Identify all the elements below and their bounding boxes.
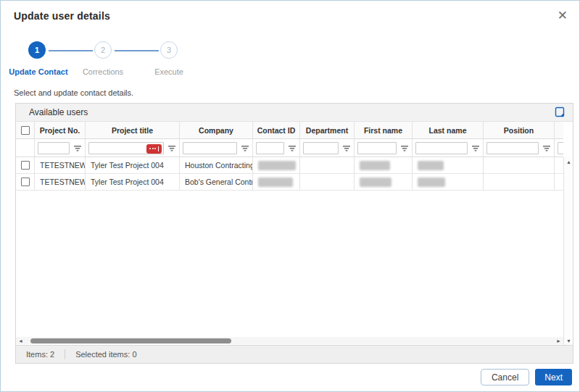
filter-value-badge[interactable]: [146, 144, 162, 154]
step-3-label: Execute: [129, 67, 209, 76]
filter-icon[interactable]: [342, 145, 351, 151]
filter-icon[interactable]: [400, 145, 409, 151]
horizontal-scroll-thumb[interactable]: [30, 338, 231, 343]
cell-first_name: [355, 174, 413, 190]
vertical-scrollbar[interactable]: ▲ ▼: [563, 157, 573, 345]
column-header-label: Project No.: [40, 126, 80, 135]
column-header-first_name[interactable]: First name: [355, 122, 413, 138]
filter-cell-first_name[interactable]: [355, 139, 413, 157]
available-users-panel: Available users Project No.Project title…: [15, 103, 573, 364]
filter-icon[interactable]: [288, 145, 297, 151]
column-header-position[interactable]: Position: [484, 122, 555, 138]
step-3-number: 3: [167, 46, 171, 54]
redacted-value: [258, 178, 293, 187]
export-icon[interactable]: [555, 107, 566, 121]
cell-position: [484, 157, 555, 173]
cancel-button[interactable]: Cancel: [481, 369, 529, 385]
filter-icon[interactable]: [73, 145, 82, 151]
cell-project_no: TETESTNEWUI4: [35, 157, 86, 173]
cell-contact_id: [253, 174, 300, 190]
step-2-circle[interactable]: 2: [94, 41, 112, 59]
filter-input-department[interactable]: [303, 142, 339, 154]
step-connector-1: [49, 50, 93, 51]
cell-first_name: [355, 157, 413, 173]
filter-cell-select: [16, 139, 35, 157]
select-all-checkbox[interactable]: [21, 126, 30, 135]
grid-body: TETESTNEWUI4Tyler Test Project 004Housto…: [16, 157, 563, 191]
panel-title: Available users: [29, 107, 88, 117]
filter-input-partial[interactable]: [558, 142, 563, 154]
selected-items-count: Selected items: 0: [75, 350, 136, 359]
scroll-right-icon[interactable]: ►: [554, 338, 563, 343]
column-header-label: First name: [364, 126, 402, 135]
row-checkbox[interactable]: [21, 161, 30, 170]
filter-input-company[interactable]: [183, 142, 237, 154]
column-header-label: Company: [199, 126, 233, 135]
column-header-project_title[interactable]: Project title: [86, 122, 180, 138]
table-row[interactable]: TETESTNEWUI4Tyler Test Project 004Housto…: [16, 157, 563, 174]
filter-input-contact_id[interactable]: [256, 142, 284, 154]
redacted-value: [360, 178, 392, 187]
cell-partial: [555, 157, 563, 173]
filter-cell-position[interactable]: [484, 139, 555, 157]
table-row[interactable]: TETESTNEWUI4Tyler Test Project 004Bob's …: [16, 174, 563, 191]
filter-cell-department[interactable]: [300, 139, 355, 157]
filter-cell-project_title[interactable]: [86, 139, 180, 157]
horizontal-scrollbar[interactable]: ◄ ►: [16, 337, 563, 344]
step-1-number: 1: [35, 46, 39, 54]
cell-project_title: Tyler Test Project 004: [86, 157, 180, 173]
cell-partial: [555, 174, 563, 190]
filter-icon[interactable]: [542, 145, 551, 151]
cell-select[interactable]: [16, 174, 35, 190]
filter-cell-partial[interactable]: [555, 139, 563, 157]
redacted-value: [360, 161, 390, 170]
cell-company: Bob's General Contrac...: [180, 174, 253, 190]
step-3-circle[interactable]: 3: [160, 41, 178, 59]
column-header-company[interactable]: Company: [180, 122, 253, 138]
instruction-text: Select and update contact details.: [14, 88, 133, 97]
cell-department: [300, 157, 355, 173]
filter-icon[interactable]: [471, 145, 480, 151]
filter-input-first_name[interactable]: [357, 142, 397, 154]
column-header-last_name[interactable]: Last name: [413, 122, 484, 138]
filter-icon[interactable]: [241, 145, 249, 151]
page-title: Update user details: [14, 10, 110, 22]
step-1-circle[interactable]: 1: [28, 41, 46, 59]
cell-company: Houston Contracting: [180, 157, 253, 173]
scroll-down-icon[interactable]: ▼: [564, 338, 573, 343]
column-header-contact_id[interactable]: Contact ID: [253, 122, 300, 138]
filter-cell-contact_id[interactable]: [253, 139, 300, 157]
close-icon[interactable]: ✕: [555, 7, 571, 25]
step-connector-2: [115, 50, 159, 51]
filter-input-last_name[interactable]: [415, 142, 468, 154]
panel-header: Available users: [16, 104, 573, 122]
dialog-footer: Cancel Next: [481, 369, 572, 385]
wizard-stepper: 1 2 3 Update Contact Corrections Execute: [1, 41, 291, 79]
column-header-partial[interactable]: [555, 122, 563, 138]
filter-cell-company[interactable]: [180, 139, 253, 157]
filter-input-project_title[interactable]: [88, 142, 164, 154]
scroll-up-icon[interactable]: ▲: [564, 159, 573, 164]
next-button[interactable]: Next: [535, 369, 572, 385]
cell-select[interactable]: [16, 157, 35, 173]
redacted-value: [418, 161, 444, 170]
step-2-number: 2: [101, 46, 105, 54]
row-checkbox[interactable]: [21, 178, 30, 186]
horizontal-scroll-track[interactable]: [25, 338, 554, 343]
filter-icon[interactable]: [167, 145, 176, 151]
cell-position: [484, 174, 555, 190]
items-count: Items: 2: [26, 350, 54, 359]
column-header-label: Contact ID: [257, 126, 296, 135]
redacted-value: [418, 178, 445, 187]
select-all-header-cell[interactable]: [16, 122, 35, 138]
filter-input-project_no[interactable]: [38, 142, 70, 154]
filter-input-position[interactable]: [486, 142, 539, 154]
status-bar: Items: 2 Selected items: 0: [16, 345, 573, 363]
column-header-project_no[interactable]: Project No.: [35, 122, 86, 138]
cell-project_title: Tyler Test Project 004: [86, 174, 180, 190]
users-grid: Project No.Project titleCompanyContact I…: [16, 122, 573, 345]
filter-cell-project_no[interactable]: [35, 139, 86, 157]
filter-cell-last_name[interactable]: [413, 139, 484, 157]
column-header-department[interactable]: Department: [300, 122, 355, 138]
scroll-left-icon[interactable]: ◄: [16, 338, 25, 343]
